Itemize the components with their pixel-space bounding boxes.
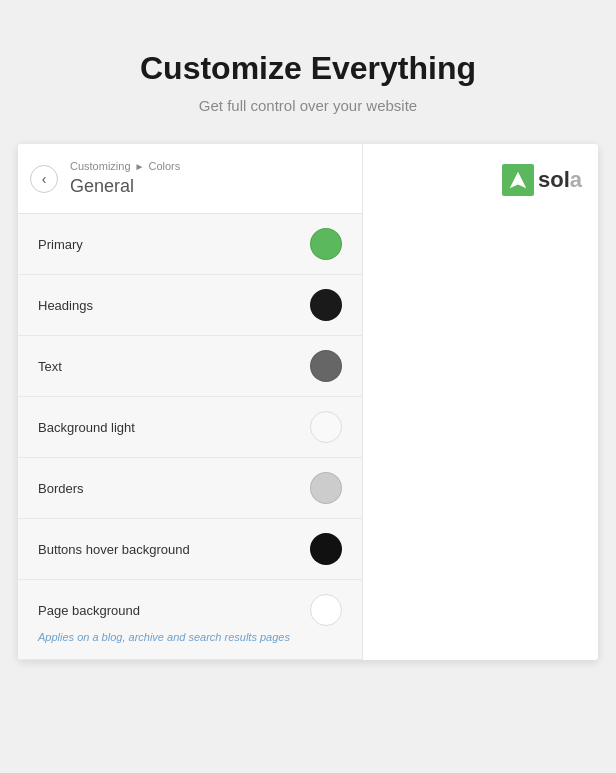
- preview-panel: sola: [363, 144, 598, 660]
- color-list: Primary Headings Text Background light B…: [18, 214, 362, 660]
- logo-icon: [502, 164, 534, 196]
- logo-svg-icon: [507, 169, 529, 191]
- page-title: Customize Everything: [140, 50, 476, 87]
- section-title: General: [70, 176, 180, 197]
- sidebar-header: ‹ Customizing ► Colors General: [18, 144, 362, 214]
- color-swatch-text[interactable]: [310, 350, 342, 382]
- color-swatch-page-background[interactable]: [310, 594, 342, 626]
- svg-marker-0: [510, 172, 527, 189]
- color-row-buttons-hover[interactable]: Buttons hover background: [18, 519, 362, 580]
- color-row-headings[interactable]: Headings: [18, 275, 362, 336]
- breadcrumb-parent: Customizing: [70, 160, 131, 172]
- color-row-text[interactable]: Text: [18, 336, 362, 397]
- color-row-background-light[interactable]: Background light: [18, 397, 362, 458]
- breadcrumb: Customizing ► Colors: [70, 160, 180, 172]
- color-swatch-buttons-hover[interactable]: [310, 533, 342, 565]
- color-swatch-borders[interactable]: [310, 472, 342, 504]
- color-row-borders[interactable]: Borders: [18, 458, 362, 519]
- breadcrumb-area: Customizing ► Colors General: [70, 160, 180, 197]
- color-swatch-primary[interactable]: [310, 228, 342, 260]
- color-row-primary[interactable]: Primary: [18, 214, 362, 275]
- back-icon: ‹: [42, 171, 47, 187]
- logo-text: sola: [538, 167, 582, 193]
- back-button[interactable]: ‹: [30, 165, 58, 193]
- color-label-page-background: Page background: [38, 603, 140, 618]
- ui-container: ‹ Customizing ► Colors General Primary H…: [18, 144, 598, 660]
- color-swatch-headings[interactable]: [310, 289, 342, 321]
- color-row-page-background-top: Page background: [38, 594, 342, 626]
- logo-area: sola: [502, 164, 582, 196]
- color-label-text: Text: [38, 359, 62, 374]
- color-description-page-background: Applies on a blog, archive and search re…: [38, 630, 290, 645]
- page-header: Customize Everything Get full control ov…: [120, 0, 496, 144]
- breadcrumb-separator: ►: [135, 161, 145, 172]
- breadcrumb-current: Colors: [148, 160, 180, 172]
- color-label-background-light: Background light: [38, 420, 135, 435]
- color-label-primary: Primary: [38, 237, 83, 252]
- color-label-buttons-hover: Buttons hover background: [38, 542, 190, 557]
- color-row-page-background[interactable]: Page background Applies on a blog, archi…: [18, 580, 362, 660]
- sidebar-panel: ‹ Customizing ► Colors General Primary H…: [18, 144, 363, 660]
- page-subtitle: Get full control over your website: [140, 97, 476, 114]
- color-label-headings: Headings: [38, 298, 93, 313]
- color-label-borders: Borders: [38, 481, 84, 496]
- color-swatch-background-light[interactable]: [310, 411, 342, 443]
